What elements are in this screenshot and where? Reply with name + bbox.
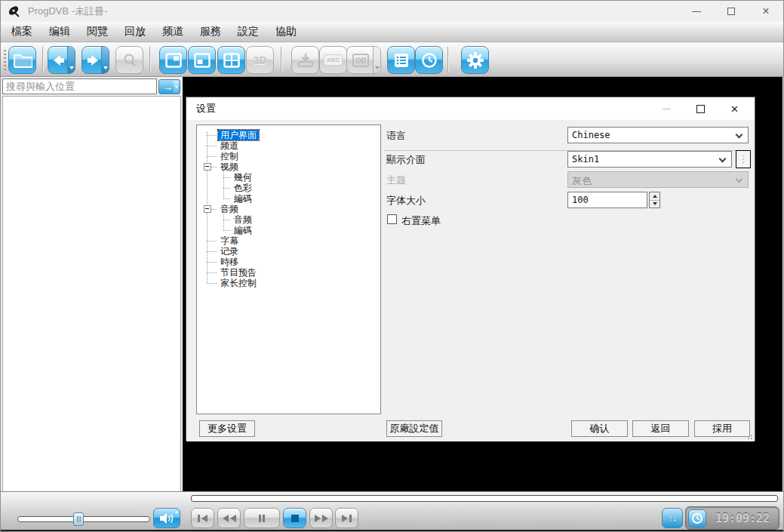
volume-handle[interactable] <box>73 512 84 526</box>
search-dropdown-button[interactable] <box>174 81 179 93</box>
factory-defaults-button[interactable]: 原廠設定值 <box>386 420 442 437</box>
dialog-close-button[interactable]: × <box>718 97 752 120</box>
collapse-icon[interactable] <box>204 163 211 171</box>
teletext-abc-icon: ABC <box>324 54 343 66</box>
fast-forward-icon <box>315 515 321 522</box>
maximize-button[interactable] <box>714 1 749 22</box>
arrow-up-icon <box>653 195 657 198</box>
apply-button[interactable]: 採用 <box>694 420 750 437</box>
minimize-button[interactable] <box>679 1 714 22</box>
normal-mode-button[interactable] <box>188 46 216 74</box>
mute-button[interactable] <box>153 508 180 528</box>
chevron-down-icon <box>736 176 743 183</box>
toolbar-separator <box>281 47 282 72</box>
tree-item-control[interactable]: 控制 <box>197 151 380 161</box>
menu-view[interactable]: 閱覽 <box>81 25 114 38</box>
menu-channels[interactable]: 频道 <box>156 25 189 38</box>
forward-dropdown-button[interactable] <box>101 47 109 73</box>
clock-button[interactable] <box>688 509 706 527</box>
back-button[interactable]: 返回 <box>632 420 689 437</box>
right-menu-checkbox[interactable] <box>387 214 397 224</box>
tree-item-recording[interactable]: 记录 <box>197 246 380 257</box>
tree-item-parental-control[interactable]: 家长控制 <box>197 278 380 288</box>
tree-item-timeshift[interactable]: 時移 <box>197 257 380 267</box>
scheduler-button[interactable] <box>415 46 443 74</box>
back-button[interactable] <box>48 46 75 74</box>
teletext-button[interactable]: ABC <box>319 46 347 74</box>
tree-item-audio[interactable]: 音频 <box>197 204 380 214</box>
tree-item-color[interactable]: 色彩 <box>197 183 380 193</box>
menu-services[interactable]: 服務 <box>194 25 227 38</box>
record-icon <box>297 53 314 68</box>
settings-button[interactable] <box>461 46 489 74</box>
tree-item-subtitles[interactable]: 字幕 <box>197 235 380 246</box>
channel-updown-button[interactable]: ↑↓ <box>662 508 683 528</box>
arrow-down-icon <box>653 202 657 205</box>
skip-previous-button[interactable] <box>191 508 214 528</box>
spin-up-button[interactable] <box>650 192 659 200</box>
open-playlist-button[interactable] <box>8 46 36 74</box>
compact-mode-button[interactable] <box>159 46 187 74</box>
tree-item-video[interactable]: 视频 <box>197 161 380 172</box>
titlebar[interactable]: ProgDVB -未註冊- × <box>1 1 783 22</box>
dialog-titlebar[interactable]: 设置 × <box>186 97 755 120</box>
seek-bar[interactable] <box>191 495 778 502</box>
multiview-button[interactable] <box>217 46 245 74</box>
channel-list-icon <box>393 53 410 68</box>
close-button[interactable]: × <box>749 1 783 22</box>
tree-item-geometry[interactable]: 幾何 <box>197 172 380 183</box>
tree-item-epg[interactable]: 节目预告 <box>197 267 380 278</box>
record-button[interactable] <box>291 46 319 74</box>
dialog-body: 用户界面 频道 控制 视频 幾何 色彩 編碼 音频 音频 編碼 字幕 记录 時移… <box>186 120 755 441</box>
close-icon: × <box>762 5 769 17</box>
osd-dropdown-button[interactable] <box>373 47 380 73</box>
menu-settings[interactable]: 設定 <box>232 25 265 38</box>
skip-next-icon <box>342 515 348 522</box>
collapse-icon[interactable] <box>204 205 211 213</box>
back-dropdown-button[interactable] <box>67 47 75 73</box>
toolbar-grip[interactable] <box>4 50 6 71</box>
osd-icon <box>352 54 369 67</box>
search-input[interactable] <box>2 78 157 94</box>
more-settings-button[interactable]: 更多设置 <box>199 420 255 437</box>
fast-forward-button[interactable] <box>309 508 333 528</box>
pause-button[interactable] <box>244 508 280 528</box>
skin-browse-button[interactable]: ⋮ <box>736 150 751 168</box>
chevron-down-icon <box>175 86 178 88</box>
window-title: ProgDVB -未註冊- <box>28 5 107 18</box>
font-size-input[interactable]: 100 <box>567 192 647 208</box>
language-select[interactable]: Chinese <box>567 127 749 143</box>
skin-select[interactable]: Skin1 <box>567 151 732 168</box>
settings-tree[interactable]: 用户界面 频道 控制 视频 幾何 色彩 編碼 音频 音频 編碼 字幕 记录 時移… <box>196 125 381 414</box>
menu-playback[interactable]: 回放 <box>118 25 152 38</box>
channel-list[interactable] <box>2 96 181 497</box>
3d-button[interactable]: 3D <box>246 46 274 74</box>
menu-file[interactable]: 檔案 <box>5 25 38 38</box>
tree-item-audio-sub[interactable]: 音频 <box>197 214 380 225</box>
minimize-icon <box>663 109 671 109</box>
skip-next-button[interactable] <box>335 508 358 528</box>
up-down-arrows-icon: ↑↓ <box>669 512 677 524</box>
search-go-button[interactable]: → <box>158 79 180 94</box>
clock-icon <box>421 52 438 69</box>
tree-item-video-codec[interactable]: 編碼 <box>197 193 380 204</box>
forward-button[interactable] <box>81 46 109 74</box>
volume-dropdown-button[interactable] <box>175 512 178 514</box>
ok-button[interactable]: 确认 <box>571 420 628 437</box>
scan-button[interactable] <box>115 46 143 74</box>
tree-item-audio-codec[interactable]: 編碼 <box>197 225 380 235</box>
maximize-icon <box>696 105 705 113</box>
osd-button[interactable] <box>346 46 381 74</box>
stop-button[interactable] <box>283 508 306 528</box>
spin-down-button[interactable] <box>650 200 659 208</box>
channel-list-button[interactable] <box>387 46 415 74</box>
dialog-maximize-button[interactable] <box>684 97 718 120</box>
menu-help[interactable]: 協助 <box>269 25 303 38</box>
rewind-button[interactable] <box>217 508 241 528</box>
tree-item-channels[interactable]: 频道 <box>197 140 380 151</box>
tree-item-user-interface[interactable]: 用户界面 <box>197 130 380 140</box>
menu-edit[interactable]: 编辑 <box>43 25 76 38</box>
settings-gear-icon <box>466 51 484 69</box>
volume-slider[interactable] <box>17 516 150 522</box>
resize-grip[interactable] <box>746 433 752 439</box>
